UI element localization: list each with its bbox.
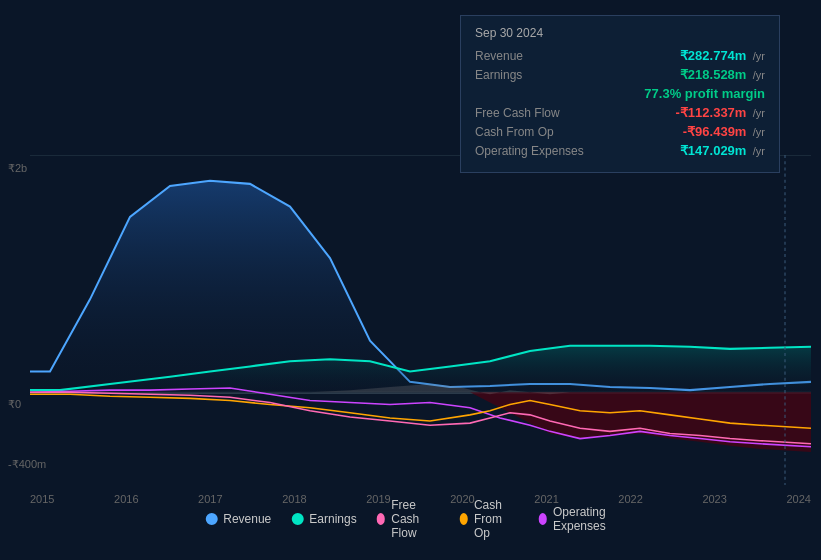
tooltip-opex-label: Operating Expenses: [475, 144, 595, 158]
tooltip-margin-value: 77.3% profit margin: [644, 86, 765, 101]
legend-opex-label: Operating Expenses: [553, 505, 616, 533]
tooltip-panel: Sep 30 2024 Revenue ₹282.774m /yr Earnin…: [460, 15, 780, 173]
x-label-2024: 2024: [786, 493, 810, 505]
legend-cfo-label: Cash From Op: [474, 498, 519, 540]
chart-svg: [30, 155, 811, 485]
legend-fcf-dot: [377, 513, 386, 525]
tooltip-earnings-label: Earnings: [475, 68, 595, 82]
tooltip-margin-row: 77.3% profit margin: [475, 86, 765, 101]
tooltip-revenue-label: Revenue: [475, 49, 595, 63]
tooltip-fcf-row: Free Cash Flow -₹112.337m /yr: [475, 105, 765, 120]
legend-earnings-label: Earnings: [309, 512, 356, 526]
legend-fcf[interactable]: Free Cash Flow: [377, 498, 440, 540]
x-label-2015: 2015: [30, 493, 54, 505]
legend-earnings[interactable]: Earnings: [291, 512, 356, 526]
y-label-zero: ₹0: [8, 398, 21, 411]
tooltip-opex-value: ₹147.029m: [680, 143, 747, 158]
tooltip-earnings-value: ₹218.528m: [680, 67, 747, 82]
legend-cfo-dot: [459, 513, 468, 525]
tooltip-fcf-unit: /yr: [753, 107, 765, 119]
legend-revenue[interactable]: Revenue: [205, 512, 271, 526]
tooltip-cfo-label: Cash From Op: [475, 125, 595, 139]
tooltip-revenue-unit: /yr: [753, 50, 765, 62]
tooltip-cfo-unit: /yr: [753, 126, 765, 138]
legend-revenue-label: Revenue: [223, 512, 271, 526]
x-label-2022: 2022: [618, 493, 642, 505]
tooltip-fcf-label: Free Cash Flow: [475, 106, 595, 120]
legend-opex-dot: [538, 513, 547, 525]
legend-opex[interactable]: Operating Expenses: [538, 505, 615, 533]
tooltip-cfo-row: Cash From Op -₹96.439m /yr: [475, 124, 765, 139]
legend-cfo[interactable]: Cash From Op: [459, 498, 518, 540]
tooltip-revenue-value: ₹282.774m: [680, 48, 747, 63]
legend-fcf-label: Free Cash Flow: [391, 498, 439, 540]
x-label-2016: 2016: [114, 493, 138, 505]
tooltip-earnings-unit: /yr: [753, 69, 765, 81]
chart-legend: Revenue Earnings Free Cash Flow Cash Fro…: [205, 498, 616, 540]
tooltip-opex-unit: /yr: [753, 145, 765, 157]
tooltip-opex-row: Operating Expenses ₹147.029m /yr: [475, 143, 765, 158]
tooltip-title: Sep 30 2024: [475, 26, 765, 40]
tooltip-fcf-value: -₹112.337m: [676, 105, 747, 120]
legend-revenue-dot: [205, 513, 217, 525]
tooltip-cfo-value: -₹96.439m: [683, 124, 747, 139]
y-label-top: ₹2b: [8, 162, 27, 175]
chart-area: [30, 155, 811, 485]
tooltip-earnings-row: Earnings ₹218.528m /yr: [475, 67, 765, 82]
tooltip-revenue-row: Revenue ₹282.774m /yr: [475, 48, 765, 63]
legend-earnings-dot: [291, 513, 303, 525]
chart-container: Sep 30 2024 Revenue ₹282.774m /yr Earnin…: [0, 0, 821, 560]
x-label-2023: 2023: [702, 493, 726, 505]
